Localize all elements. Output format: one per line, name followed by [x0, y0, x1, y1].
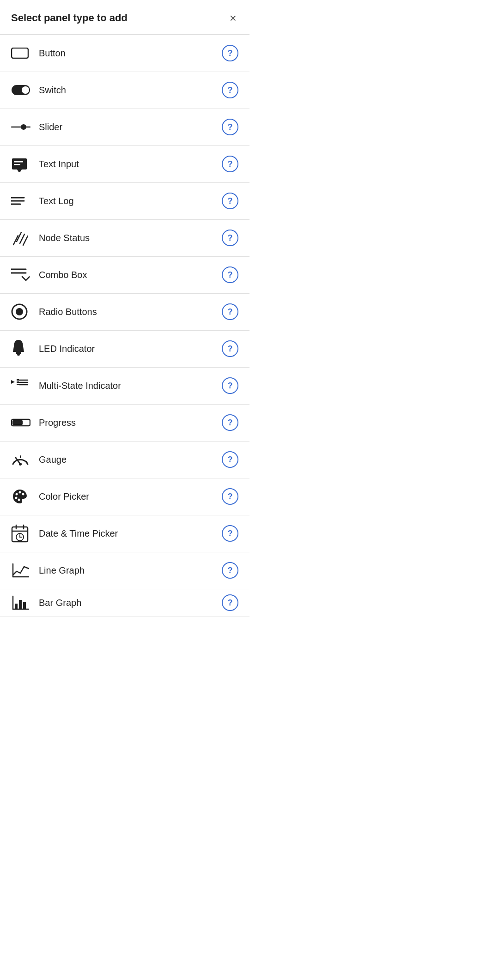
dialog-title: Select panel type to add: [11, 12, 128, 24]
slider-icon: [11, 124, 35, 130]
multi-state-indicator-icon: [11, 378, 35, 393]
progress-help[interactable]: ?: [222, 414, 238, 431]
line-graph-icon: [11, 562, 35, 579]
radio-buttons-help[interactable]: ?: [222, 303, 238, 320]
color-picker-icon: [11, 488, 35, 505]
gauge-label: Gauge: [39, 454, 222, 465]
combo-box-help[interactable]: ?: [222, 266, 238, 283]
combo-box-label: Combo Box: [39, 270, 222, 280]
svg-rect-7: [14, 161, 23, 163]
svg-point-37: [16, 493, 18, 496]
svg-line-34: [13, 461, 14, 464]
slider-help[interactable]: ?: [222, 119, 238, 135]
date-time-help[interactable]: ?: [222, 525, 238, 542]
list-item-switch[interactable]: Switch ?: [0, 72, 250, 109]
date-time-label: Date & Time Picker: [39, 528, 222, 539]
button-help[interactable]: ?: [222, 45, 238, 61]
led-indicator-icon: [11, 339, 35, 358]
svg-rect-54: [19, 600, 22, 609]
svg-point-2: [22, 86, 29, 94]
list-item-button[interactable]: Button ?: [0, 35, 250, 72]
svg-point-4: [21, 124, 26, 130]
svg-rect-55: [23, 602, 26, 609]
svg-marker-6: [17, 169, 22, 172]
text-log-help[interactable]: ?: [222, 193, 238, 209]
svg-rect-23: [17, 379, 19, 381]
svg-rect-24: [17, 381, 19, 383]
line-graph-help[interactable]: ?: [222, 562, 238, 579]
list-item-multi-state[interactable]: Multi-State Indicator ?: [0, 368, 250, 405]
svg-rect-53: [15, 604, 18, 609]
svg-rect-21: [17, 354, 20, 356]
progress-label: Progress: [39, 417, 222, 428]
text-input-icon: [11, 156, 35, 172]
list-item-combo-box[interactable]: Combo Box ?: [0, 257, 250, 294]
gauge-icon: [11, 451, 35, 468]
svg-point-39: [22, 493, 24, 496]
list-item-bar-graph[interactable]: Bar Graph ?: [0, 589, 250, 617]
dialog-header: Select panel type to add ×: [0, 0, 250, 34]
led-indicator-help[interactable]: ?: [222, 340, 238, 357]
color-picker-label: Color Picker: [39, 491, 222, 502]
switch-help[interactable]: ?: [222, 82, 238, 98]
panel-type-list: Button ? Switch ? Slider ?: [0, 35, 250, 617]
line-graph-label: Line Graph: [39, 565, 222, 576]
combo-box-icon: [11, 266, 35, 283]
svg-point-41: [18, 499, 20, 501]
multi-state-help[interactable]: ?: [222, 377, 238, 394]
text-log-icon: [11, 196, 35, 206]
node-status-help[interactable]: ?: [222, 230, 238, 246]
svg-rect-31: [12, 420, 23, 425]
svg-point-33: [19, 463, 22, 466]
node-status-icon: [11, 229, 35, 247]
svg-line-14: [20, 234, 24, 243]
radio-buttons-icon: [11, 303, 35, 320]
close-button[interactable]: ×: [228, 10, 238, 26]
bar-graph-help[interactable]: ?: [222, 594, 238, 611]
list-item-progress[interactable]: Progress ?: [0, 405, 250, 442]
list-item-date-time-picker[interactable]: Date & Time Picker ?: [0, 515, 250, 552]
svg-line-36: [26, 461, 28, 464]
list-item-text-log[interactable]: Text Log ?: [0, 183, 250, 220]
multi-state-label: Multi-State Indicator: [39, 381, 222, 391]
list-item-text-input[interactable]: Text Input ?: [0, 146, 250, 183]
radio-buttons-label: Radio Buttons: [39, 307, 222, 317]
switch-label: Switch: [39, 85, 222, 96]
switch-icon: [11, 85, 35, 96]
svg-rect-8: [14, 164, 20, 165]
list-item-node-status[interactable]: Node Status ?: [0, 220, 250, 257]
svg-rect-42: [12, 527, 28, 542]
button-icon: [11, 48, 35, 59]
text-input-label: Text Input: [39, 159, 222, 169]
text-log-label: Text Log: [39, 196, 222, 206]
text-input-help[interactable]: ?: [222, 156, 238, 172]
bar-graph-label: Bar Graph: [39, 598, 222, 608]
color-picker-help[interactable]: ?: [222, 488, 238, 505]
list-item-line-graph[interactable]: Line Graph ?: [0, 552, 250, 589]
svg-rect-0: [12, 48, 28, 58]
node-status-label: Node Status: [39, 233, 222, 243]
svg-rect-25: [17, 384, 19, 385]
date-time-picker-icon: [11, 524, 35, 543]
progress-icon: [11, 417, 35, 428]
svg-point-40: [15, 497, 18, 499]
list-item-slider[interactable]: Slider ?: [0, 109, 250, 146]
list-item-radio-buttons[interactable]: Radio Buttons ?: [0, 294, 250, 331]
led-indicator-label: LED Indicator: [39, 344, 222, 354]
svg-line-15: [23, 236, 28, 245]
gauge-help[interactable]: ?: [222, 451, 238, 468]
bar-graph-icon: [11, 594, 35, 611]
list-item-gauge[interactable]: Gauge ?: [0, 442, 250, 478]
slider-label: Slider: [39, 122, 222, 133]
list-item-color-picker[interactable]: Color Picker ?: [0, 478, 250, 515]
svg-rect-20: [16, 352, 21, 354]
button-label: Button: [39, 48, 222, 59]
svg-point-38: [19, 491, 21, 494]
svg-point-19: [16, 308, 23, 315]
list-item-led-indicator[interactable]: LED Indicator ?: [0, 331, 250, 368]
svg-marker-26: [11, 380, 15, 384]
